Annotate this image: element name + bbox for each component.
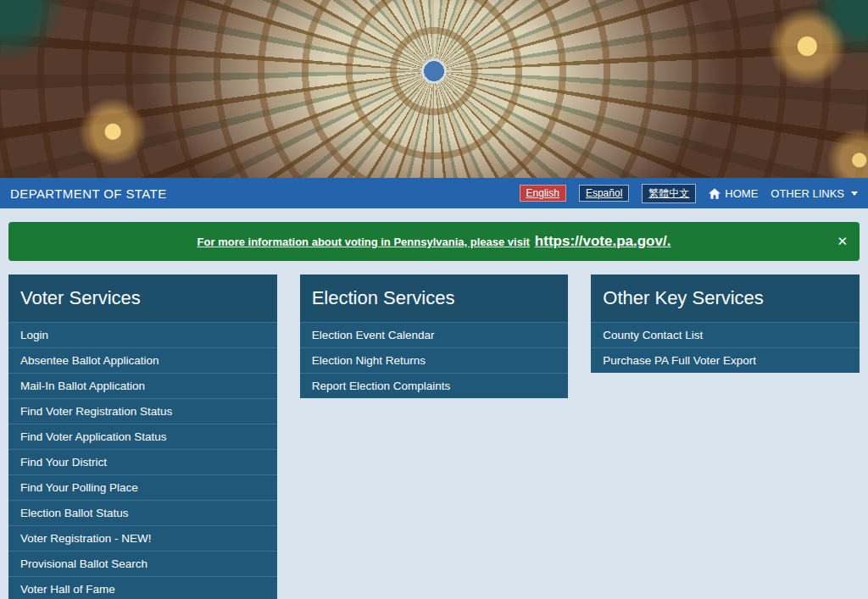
panel-item[interactable]: Voter Hall of Fame <box>8 576 277 599</box>
home-icon <box>709 188 721 199</box>
site-title: DEPARTMENT OF STATE <box>10 186 167 201</box>
banner-link[interactable]: For more information about voting in Pen… <box>164 233 705 250</box>
home-label: HOME <box>725 187 758 200</box>
panel-item[interactable]: Voter Registration - NEW! <box>8 525 277 551</box>
panel-election-services: Election ServicesElection Event Calendar… <box>300 275 569 398</box>
panel-item[interactable]: County Contact List <box>591 322 860 347</box>
capitol-dome-hero-image <box>0 0 868 178</box>
other-links-dropdown[interactable]: OTHER LINKS <box>771 187 858 200</box>
panel-voter-services: Voter ServicesLoginAbsentee Ballot Appli… <box>8 275 277 599</box>
lang-english-button[interactable]: English <box>520 185 566 202</box>
panel-title: Election Services <box>300 275 569 322</box>
panel-other-key-services: Other Key ServicesCounty Contact ListPur… <box>591 275 860 373</box>
home-link[interactable]: HOME <box>709 187 758 200</box>
close-icon[interactable]: ✕ <box>837 234 848 249</box>
lang-chinese-button[interactable]: 繁體中文 <box>642 184 696 203</box>
other-links-label: OTHER LINKS <box>771 187 844 200</box>
panel-item[interactable]: Election Event Calendar <box>300 322 569 347</box>
panel-item[interactable]: Find Your District <box>8 449 277 474</box>
panel-item[interactable]: Election Ballot Status <box>8 500 277 525</box>
panel-item[interactable]: Mail-In Ballot Application <box>8 373 277 398</box>
panel-title: Other Key Services <box>591 275 860 322</box>
panel-item[interactable]: Find Voter Registration Status <box>8 398 277 424</box>
nav-links: English Español 繁體中文 HOME OTHER LINKS <box>520 184 858 203</box>
top-navbar: DEPARTMENT OF STATE English Español 繁體中文… <box>0 178 868 208</box>
panel-item[interactable]: Election Night Returns <box>300 347 569 373</box>
lang-espanol-button[interactable]: Español <box>579 185 629 202</box>
panel-item[interactable]: Purchase PA Full Voter Export <box>591 347 860 373</box>
panel-item[interactable]: Absentee Ballot Application <box>8 347 277 373</box>
voting-info-banner: For more information about voting in Pen… <box>8 222 860 261</box>
panel-item[interactable]: Report Election Complaints <box>300 373 569 398</box>
chevron-down-icon <box>851 191 858 196</box>
panel-item[interactable]: Login <box>8 322 277 347</box>
panels: Voter ServicesLoginAbsentee Ballot Appli… <box>8 275 860 599</box>
page: DEPARTMENT OF STATE English Español 繁體中文… <box>0 0 868 599</box>
panel-item[interactable]: Find Voter Application Status <box>8 424 277 449</box>
banner-message: For more information about voting in Pen… <box>198 236 530 248</box>
panel-item[interactable]: Find Your Polling Place <box>8 474 277 500</box>
panel-item[interactable]: Provisional Ballot Search <box>8 551 277 576</box>
panel-title: Voter Services <box>8 275 277 322</box>
banner-url: https://vote.pa.gov/. <box>535 233 671 249</box>
